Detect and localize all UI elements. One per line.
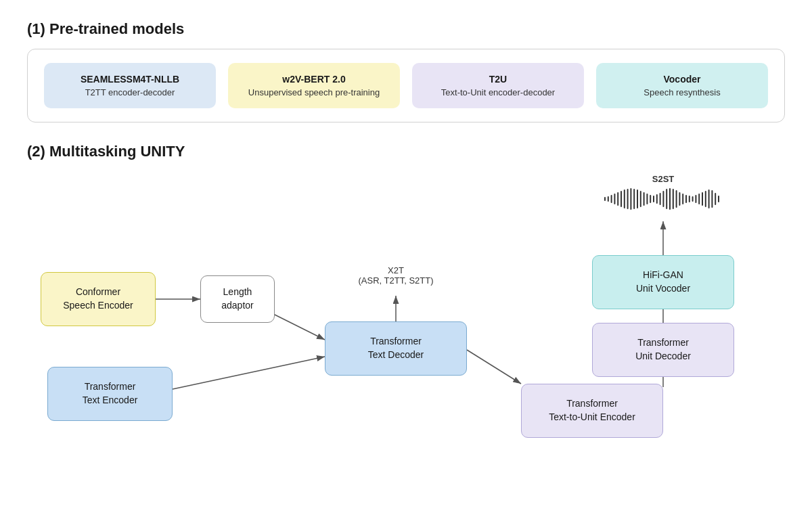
unit-decoder-label: TransformerUnit Decoder (635, 336, 691, 363)
diagram: ConformerSpeech Encoder Lengthadaptor X2… (27, 167, 785, 458)
t2u-encoder-box: TransformerText-to-Unit Encoder (521, 384, 663, 438)
text-encoder-box: TransformerText Encoder (47, 367, 173, 421)
vocoder-subtitle: Speech resynthesis (644, 87, 720, 97)
unity-section: (2) Multitasking UNITY (27, 143, 785, 458)
text-encoder-label: TransformerText Encoder (83, 380, 138, 407)
t2u-encoder-label: TransformerText-to-Unit Encoder (549, 397, 635, 424)
svg-line-4 (467, 350, 521, 384)
model-card-w2v: w2V-BERT 2.0 Unsupervised speech pre-tra… (228, 63, 400, 108)
section1-title: (1) Pre-trained models (27, 20, 785, 38)
model-card-t2u: T2U Text-to-Unit encoder-decoder (412, 63, 584, 108)
pretrained-box: SEAMLESSM4T-NLLB T2TT encoder-decoder w2… (27, 49, 785, 122)
vocoder-title: Vocoder (664, 74, 701, 85)
conformer-label: ConformerSpeech Encoder (63, 286, 133, 312)
text-decoder-label: TransformerText Decoder (368, 335, 424, 361)
x2t-text: X2T(ASR, T2TT, S2TT) (359, 265, 434, 286)
model-card-seamless: SEAMLESSM4T-NLLB T2TT encoder-decoder (44, 63, 216, 108)
t2u-title: T2U (489, 74, 507, 85)
unit-decoder-box: TransformerUnit Decoder (592, 323, 734, 377)
seamless-subtitle: T2TT encoder-decoder (85, 87, 175, 97)
length-adaptor-label: Lengthadaptor (221, 286, 253, 312)
text-decoder-box: TransformerText Decoder (325, 321, 467, 376)
hifi-gan-box: HiFi-GANUnit Vocoder (592, 255, 734, 309)
svg-line-3 (173, 357, 325, 389)
w2v-title: w2V-BERT 2.0 (282, 74, 345, 85)
main-container: (1) Pre-trained models SEAMLESSM4T-NLLB … (0, 0, 812, 515)
model-card-vocoder: Vocoder Speech resynthesis (596, 63, 768, 108)
s2st-label: S2ST (592, 174, 734, 184)
conformer-box: ConformerSpeech Encoder (41, 272, 156, 326)
w2v-subtitle: Unsupervised speech pre-training (248, 87, 380, 97)
section2-title: (2) Multitasking UNITY (27, 143, 785, 160)
t2u-subtitle: Text-to-Unit encoder-decoder (441, 87, 555, 97)
length-adaptor-box: Lengthadaptor (200, 275, 275, 323)
x2t-label: X2T(ASR, T2TT, S2TT) (338, 265, 453, 286)
hifi-gan-label: HiFi-GANUnit Vocoder (636, 269, 690, 295)
seamless-title: SEAMLESSM4T-NLLB (81, 74, 179, 85)
sound-wave-icon (592, 187, 734, 215)
s2st-container: S2ST (592, 174, 734, 215)
